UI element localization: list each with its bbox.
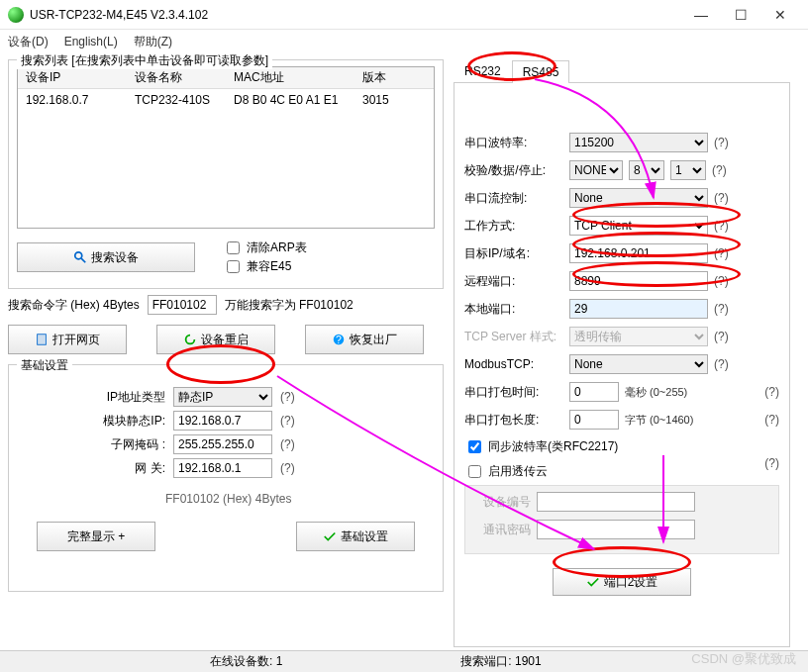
local-port-input[interactable] bbox=[569, 299, 708, 319]
basic-set-button[interactable]: 基础设置 bbox=[296, 522, 415, 551]
app-icon bbox=[8, 7, 24, 23]
menu-bar: 设备(D) English(L) 帮助(Z) bbox=[0, 30, 808, 53]
serial-tabs: RS232 RS485 bbox=[454, 59, 790, 83]
svg-point-0 bbox=[75, 252, 82, 259]
packtime-input[interactable] bbox=[569, 382, 619, 402]
sync-baud-checkbox[interactable]: 同步波特率(类RFC2217) bbox=[464, 437, 779, 456]
search-icon bbox=[73, 250, 87, 264]
open-web-button[interactable]: 打开网页 bbox=[8, 325, 127, 354]
modbus-select[interactable]: None bbox=[569, 354, 708, 374]
search-cmd-input[interactable] bbox=[148, 295, 217, 315]
ip-type-select[interactable]: 静态IP bbox=[173, 387, 272, 407]
help-icon: ? bbox=[332, 333, 346, 346]
maximize-button[interactable]: ☐ bbox=[721, 7, 760, 23]
window-controls: — ☐ ✕ bbox=[681, 7, 800, 23]
menu-device[interactable]: 设备(D) bbox=[8, 34, 49, 50]
tcpserver-select: 透明传输 bbox=[569, 327, 708, 346]
hex-note: FF010102 (Hex) 4Bytes bbox=[165, 492, 435, 506]
search-list-title: 搜索列表 [在搜索列表中单击设备即可读取参数] bbox=[17, 52, 272, 69]
help-icon[interactable]: (?) bbox=[280, 390, 295, 404]
col-ver: 版本 bbox=[354, 69, 414, 86]
flow-select[interactable]: None bbox=[569, 188, 708, 208]
search-cmd-label: 搜索命令字 (Hex) 4Bytes bbox=[8, 297, 140, 314]
basic-title: 基础设置 bbox=[17, 357, 72, 374]
minimize-button[interactable]: — bbox=[681, 7, 721, 23]
mode-select[interactable]: TCP Client bbox=[569, 216, 708, 236]
col-ip: 设备IP bbox=[18, 69, 127, 86]
window-title: USR-TCP232-M4,E45 V2.3.4.102 bbox=[30, 8, 208, 22]
search-list-group: 搜索列表 [在搜索列表中单击设备即可读取参数] 设备IP 设备名称 MAC地址 … bbox=[8, 59, 444, 289]
tab-rs485[interactable]: RS485 bbox=[512, 60, 570, 83]
search-port: 搜索端口: 1901 bbox=[460, 653, 541, 670]
close-button[interactable]: ✕ bbox=[760, 7, 800, 23]
enable-cloud-checkbox[interactable]: 启用透传云 bbox=[464, 462, 764, 481]
gateway-input[interactable] bbox=[173, 458, 272, 478]
baud-select[interactable]: 115200 bbox=[569, 133, 708, 152]
svg-text:?: ? bbox=[336, 334, 342, 345]
online-count: 在线设备数: 1 bbox=[210, 653, 282, 670]
refresh-icon bbox=[183, 333, 197, 346]
full-display-button[interactable]: 完整显示 + bbox=[37, 522, 155, 551]
factory-button[interactable]: ? 恢复出厂 bbox=[305, 325, 424, 354]
compat-e45-checkbox[interactable]: 兼容E45 bbox=[223, 257, 307, 276]
port2-set-button[interactable]: 端口2设置 bbox=[553, 568, 691, 596]
restart-button[interactable]: 设备重启 bbox=[156, 325, 275, 354]
table-row[interactable]: 192.168.0.7 TCP232-410S D8 B0 4C E0 A1 E… bbox=[18, 89, 434, 111]
tab-rs232[interactable]: RS232 bbox=[454, 59, 512, 82]
parity-select[interactable]: NONE bbox=[569, 160, 623, 180]
packlen-input[interactable] bbox=[569, 410, 619, 430]
basic-settings-group: 基础设置 IP地址类型 静态IP (?) 模块静态IP: (?) 子网掩码 : … bbox=[8, 364, 444, 592]
check-icon bbox=[586, 575, 600, 589]
menu-help[interactable]: 帮助(Z) bbox=[134, 34, 172, 50]
remote-port-input[interactable] bbox=[569, 271, 708, 291]
mask-input[interactable] bbox=[173, 434, 272, 454]
page-icon bbox=[35, 333, 49, 346]
col-name: 设备名称 bbox=[127, 69, 226, 86]
databits-select[interactable]: 8 bbox=[629, 160, 664, 180]
device-table: 设备IP 设备名称 MAC地址 版本 192.168.0.7 TCP232-41… bbox=[17, 66, 435, 229]
svg-line-1 bbox=[81, 258, 85, 262]
menu-english[interactable]: English(L) bbox=[64, 35, 118, 48]
device-id-input bbox=[537, 492, 695, 512]
stopbits-select[interactable]: 1 bbox=[670, 160, 706, 180]
static-ip-input[interactable] bbox=[173, 411, 272, 431]
check-icon bbox=[323, 529, 337, 543]
comm-pwd-input bbox=[537, 520, 695, 539]
search-cmd-note: 万能搜索字为 FF010102 bbox=[225, 297, 354, 314]
svg-rect-2 bbox=[38, 335, 47, 345]
target-ip-input[interactable] bbox=[569, 243, 708, 263]
status-bar: 在线设备数: 1 搜索端口: 1901 bbox=[0, 650, 808, 672]
col-mac: MAC地址 bbox=[226, 69, 354, 86]
clear-arp-checkbox[interactable]: 清除ARP表 bbox=[223, 239, 307, 257]
title-bar: USR-TCP232-M4,E45 V2.3.4.102 — ☐ ✕ bbox=[0, 0, 808, 30]
search-button[interactable]: 搜索设备 bbox=[17, 242, 195, 272]
